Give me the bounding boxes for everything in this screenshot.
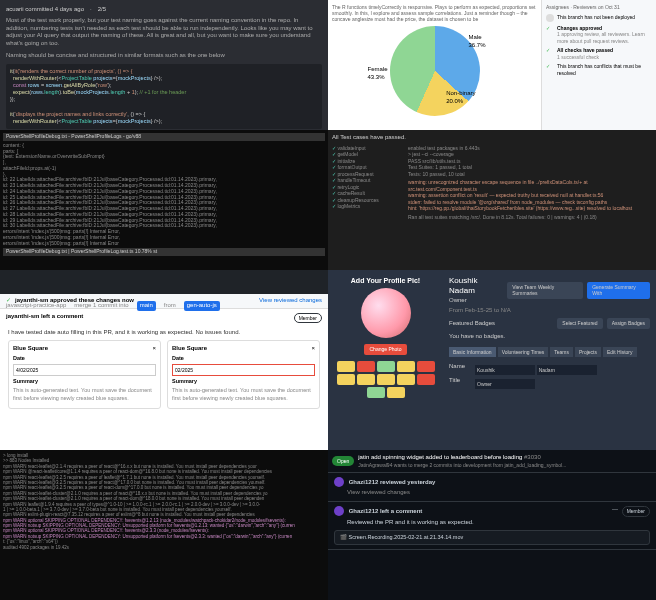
generate-button[interactable]: Generate Summary With xyxy=(587,282,650,299)
field-label: Title xyxy=(449,377,465,385)
checks-passed: All checks have passed xyxy=(557,47,613,53)
close-icon[interactable]: × xyxy=(311,345,315,353)
test-output[interactable]: enabled test packages in 6.443s > jest -… xyxy=(408,145,652,221)
form-col-1: Blue Square× Date Summary This is auto-g… xyxy=(8,340,161,408)
col-title: Blue Square xyxy=(172,345,207,351)
featured-label: Featured Badges xyxy=(449,320,495,328)
tests-header: All Test cases have passed. xyxy=(332,134,652,142)
profile-panel: Add Your Profile Pic! Change Photo Koush… xyxy=(328,270,656,450)
terminal-footer: PowerShellProfileDebug.txt | PowerShellP… xyxy=(3,248,325,256)
date-input[interactable] xyxy=(172,364,315,376)
profile-tab[interactable]: Volunteering Times xyxy=(498,347,549,358)
badge-item[interactable] xyxy=(357,374,375,385)
log-body[interactable]: content: { parts: [ {text: ExtensionName… xyxy=(3,143,325,247)
check-icon: ✓ xyxy=(546,47,554,55)
add-pic-label: Add Your Profile Pic! xyxy=(334,276,437,285)
deploy-status: This branch has not been deployed xyxy=(557,14,635,21)
user-role: Owner xyxy=(449,297,503,305)
view-changes-link[interactable]: View reviewed changes xyxy=(347,489,650,497)
profile-tab[interactable]: Basic Information xyxy=(449,347,496,358)
title-input[interactable] xyxy=(475,379,535,389)
assignees[interactable]: Assignees xyxy=(546,4,569,10)
date-input[interactable] xyxy=(13,364,156,376)
lastname-input[interactable] xyxy=(537,365,597,375)
change-photo-button[interactable]: Change Photo xyxy=(364,344,408,355)
npm-warn-panel[interactable]: > long install >> 883 Nodes Installednpm… xyxy=(0,450,328,600)
changes-approved: Changes approved xyxy=(557,25,602,31)
badge-item[interactable] xyxy=(417,361,435,372)
check-icon: ✓ xyxy=(546,63,554,71)
no-badges-text: You have no badges. xyxy=(449,333,650,341)
reviewer: Ghazi1212 reviewed yesterday xyxy=(349,479,436,485)
pie-chart: Male36.7% Non-binary20.0% Female43.3% xyxy=(390,26,480,116)
pie-chart-panel: The R functions timelyCorrectly is respo… xyxy=(328,0,656,130)
select-featured-button[interactable]: Select Featured xyxy=(557,318,602,329)
test-list: ✓ validateInput✓ getModel✓ initialize✓ f… xyxy=(332,145,402,221)
branch-bar: javascript-practice-app merge 1 commit i… xyxy=(0,294,328,318)
open-badge: Open xyxy=(332,456,354,467)
base-branch[interactable]: main xyxy=(137,301,156,311)
committer-text: acuarii committed 4 days ago xyxy=(6,6,84,14)
badge-item[interactable] xyxy=(337,361,355,372)
badge-item[interactable] xyxy=(377,361,395,372)
firstname-input[interactable] xyxy=(475,365,535,375)
code-block: it(it('renders the correct number of pro… xyxy=(6,64,322,129)
member-badge: Member xyxy=(622,506,650,517)
review-sub: Naming should be concise and structured … xyxy=(6,52,322,60)
badge-item[interactable] xyxy=(377,374,395,385)
commenter: Ghazi1212 left a comment xyxy=(349,508,423,514)
pr-title[interactable]: jatin add spinning widget added to leade… xyxy=(358,454,522,460)
dot-icon xyxy=(546,14,554,22)
code-line: it('renders the correct number of projec… xyxy=(15,68,133,74)
label-nb: Non-binary20.0% xyxy=(446,90,475,106)
conflict-status: This branch has conflicts that must be r… xyxy=(557,63,652,76)
profile-tabs: Basic InformationVolunteering TimesTeams… xyxy=(449,347,650,358)
form-col-2: Blue Square× Date Summary This is auto-g… xyxy=(167,340,320,408)
summaries-button[interactable]: View Team Weekly Summaries xyxy=(507,282,583,299)
repo-name[interactable]: javascript-practice-app xyxy=(6,302,66,310)
chart-desc: The R functions timelyCorrectly is respo… xyxy=(332,4,537,22)
date-range: From Feb-15-25 to N/A xyxy=(449,307,650,315)
close-icon[interactable]: × xyxy=(152,345,156,353)
avatar[interactable] xyxy=(361,288,411,338)
attachment[interactable]: 🎬 Screen.Recording.2025-02-21.at.21.34.1… xyxy=(334,530,650,545)
pr-subtitle: JatinAgrawal94 wants to merge 2 commits … xyxy=(358,462,652,469)
badge-item[interactable] xyxy=(417,374,435,385)
badge-item[interactable] xyxy=(357,361,375,372)
check-icon: ✓ xyxy=(546,25,554,33)
avatar[interactable] xyxy=(334,506,344,516)
user-name: Koushik Nadam xyxy=(449,276,503,297)
badge-item[interactable] xyxy=(387,387,405,398)
more-icon[interactable]: ⋯ xyxy=(612,506,618,514)
github-review-panel: javascript-practice-app merge 1 commit i… xyxy=(0,270,328,450)
field-label: Name xyxy=(449,363,465,371)
badge-item[interactable] xyxy=(337,374,355,385)
label-female: Female43.3% xyxy=(368,66,388,82)
badge-grid xyxy=(334,361,437,398)
profile-tab[interactable]: Teams xyxy=(550,347,573,358)
label-male: Male36.7% xyxy=(468,34,485,50)
pr-sidebar: Assignees · Reviewers on Oct 31 This bra… xyxy=(541,0,656,130)
badge-item[interactable] xyxy=(397,374,415,385)
review-count[interactable]: 2/5 xyxy=(98,6,106,14)
code-review-panel: acuarii committed 4 days ago · 2/5 Most … xyxy=(0,0,328,130)
col-title: Blue Square xyxy=(13,345,48,351)
terminal-title: PowerShellProfileDebug.txt - PowerShellP… xyxy=(3,133,325,141)
assign-badges-button[interactable]: Assign Badges xyxy=(607,318,650,329)
badge-item[interactable] xyxy=(367,387,385,398)
profile-tab[interactable]: Projects xyxy=(575,347,601,358)
pr-comment-panel: Open jatin add spinning widget added to … xyxy=(328,450,656,600)
compare-branch[interactable]: gen-auto-js xyxy=(184,301,220,311)
comment-body: I have tested date auto filling in this … xyxy=(0,325,328,341)
comment-body: Reviewed the PR and it is working as exp… xyxy=(347,519,650,527)
badge-item[interactable] xyxy=(397,361,415,372)
review-text: Most of the test work properly, but your… xyxy=(6,17,322,48)
test-results-panel: All Test cases have passed. ✓ validateIn… xyxy=(328,130,656,270)
avatar[interactable] xyxy=(334,477,344,487)
profile-tab[interactable]: Edit History xyxy=(603,347,637,358)
terminal-log-panel: PowerShellProfileDebug.txt - PowerShellP… xyxy=(0,130,328,270)
